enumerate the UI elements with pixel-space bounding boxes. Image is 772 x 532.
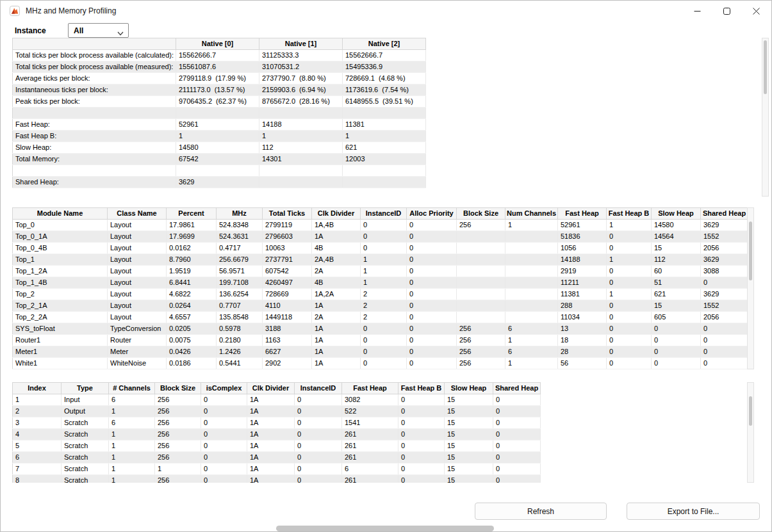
- column-header: Fast Heap B: [607, 208, 652, 220]
- table-row[interactable]: Router1Router0.00750.218011631A002561180…: [13, 335, 748, 346]
- cell: 3082: [342, 394, 398, 406]
- summary-table: Native [0]Native [1]Native [2]Total tick…: [12, 38, 426, 188]
- cell: 2737791: [263, 254, 312, 266]
- table-row[interactable]: 3Scratch625601A015410150: [13, 417, 541, 429]
- cell: Scratch: [62, 429, 109, 440]
- cell: 136.6254: [217, 289, 263, 300]
- cell: 0.0264: [167, 300, 217, 312]
- cell: 1.9519: [167, 266, 217, 277]
- summary-scrollbar-thumb[interactable]: [764, 40, 767, 94]
- column-header: Slow Heap: [652, 208, 701, 220]
- column-header: Shared Heap: [493, 383, 541, 394]
- table-row[interactable]: Top_2_2ALayout4.6557135.854814491182A201…: [13, 312, 748, 323]
- table-row[interactable]: Top_0_1ALayout17.9699524.363127966031A00…: [13, 231, 748, 243]
- table-row[interactable]: Shared Heap:3629: [13, 177, 426, 188]
- table-row[interactable]: Top_1_2ALayout1.951956.95716075422A10291…: [13, 266, 748, 277]
- cell: 256: [457, 220, 505, 231]
- table-row[interactable]: Top_1_4BLayout6.8441199.710842604974B101…: [13, 277, 748, 289]
- module-vertical-scrollbar[interactable]: [747, 207, 754, 369]
- cell: [259, 165, 343, 177]
- cell: 1: [109, 440, 155, 452]
- cell: 1A: [312, 231, 361, 243]
- table-row[interactable]: 7Scratch1101A060150: [13, 463, 541, 475]
- buffer-vertical-scrollbar[interactable]: [747, 382, 754, 483]
- cell: 2159903.6 (6.94 %): [259, 85, 343, 96]
- export-to-file-button[interactable]: Export to File...: [627, 503, 760, 520]
- cell: [457, 243, 505, 254]
- cell: 6: [505, 323, 558, 335]
- buffer-panel: IndexType# ChannelsBlock SizeisComplexCl…: [12, 382, 541, 483]
- cell: 14580: [652, 220, 701, 231]
- module-scrollbar-thumb[interactable]: [749, 222, 752, 280]
- table-row[interactable]: [13, 165, 426, 177]
- cell: 0: [407, 277, 457, 289]
- table-row[interactable]: 8Scratch125601A02610150: [13, 475, 541, 483]
- table-row[interactable]: Fast Heap B:111: [13, 131, 426, 142]
- cell: 0: [701, 358, 748, 369]
- close-icon[interactable]: [741, 1, 771, 21]
- cell: 605: [652, 312, 701, 323]
- cell: Layout: [108, 277, 167, 289]
- cell: 0: [652, 358, 701, 369]
- cell: 0: [607, 358, 652, 369]
- table-row[interactable]: 5Scratch125601A02610150: [13, 440, 541, 452]
- table-row[interactable]: Total Memory:675421430112003: [13, 154, 426, 165]
- table-row[interactable]: Total ticks per block process available …: [13, 61, 426, 73]
- cell: 15562666.7: [343, 50, 426, 61]
- cell: [457, 254, 505, 266]
- cell: Instantaneous ticks per block:: [13, 85, 176, 96]
- table-row[interactable]: 6Scratch125601A02610150: [13, 452, 541, 463]
- table-row[interactable]: Top_1Layout8.7960256.667927377912A,4B101…: [13, 254, 748, 266]
- summary-vertical-scrollbar[interactable]: [762, 38, 769, 197]
- cell: 31070531.2: [259, 61, 343, 73]
- cell: 0: [361, 335, 407, 346]
- cell: 6: [109, 417, 155, 429]
- cell: 1173619.6 (7.54 %): [343, 85, 426, 96]
- cell: Top_2_1A: [13, 300, 108, 312]
- minimize-icon[interactable]: [682, 1, 712, 21]
- cell: 288: [558, 300, 607, 312]
- table-row[interactable]: Fast Heap:529611418811381: [13, 119, 426, 131]
- table-row[interactable]: Top_0Layout17.9861524.834827991191A,4B00…: [13, 220, 748, 231]
- horizontal-scrollbar-thumb[interactable]: [276, 526, 494, 531]
- cell: 1449118: [263, 312, 312, 323]
- cell: 0: [701, 277, 748, 289]
- cell: 0: [361, 243, 407, 254]
- buffer-scrollbar-thumb[interactable]: [749, 396, 752, 426]
- column-header: [13, 38, 176, 50]
- cell: 6: [109, 394, 155, 406]
- cell: 18: [558, 335, 607, 346]
- table-row[interactable]: 1Input625601A030820150: [13, 394, 541, 406]
- table-row[interactable]: Instantaneous ticks per block:2111173.0 …: [13, 85, 426, 96]
- cell: 0: [493, 463, 541, 475]
- table-row[interactable]: Top_2Layout4.6822136.62547286691A,2A2011…: [13, 289, 748, 300]
- table-row[interactable]: Peak ticks per block:9706435.2 (62.37 %)…: [13, 96, 426, 108]
- instance-select[interactable]: All: [68, 23, 129, 38]
- column-header: InstanceID: [295, 383, 342, 394]
- table-row[interactable]: 4Scratch125601A02610150: [13, 429, 541, 440]
- cell: Meter: [108, 346, 167, 358]
- header-row: Module NameClass NamePercentMHzTotal Tic…: [13, 208, 748, 220]
- table-row[interactable]: Average ticks per block:2799118.9 (17.99…: [13, 73, 426, 85]
- cell: 0: [407, 231, 457, 243]
- cell: 9706435.2 (62.37 %): [176, 96, 259, 108]
- cell: 0: [607, 312, 652, 323]
- table-row[interactable]: Slow Heap:14580112621: [13, 142, 426, 154]
- cell: 0: [652, 323, 701, 335]
- table-row[interactable]: Top_0_4BLayout0.01620.4717100634B0010560…: [13, 243, 748, 254]
- table-row[interactable]: Top_2_1ALayout0.02640.770741101A20288015…: [13, 300, 748, 312]
- table-row[interactable]: SYS_toFloatTypeConversion0.02050.5978318…: [13, 323, 748, 335]
- cell: 0: [201, 406, 247, 417]
- table-row[interactable]: Meter1Meter0.04261.242666271A00256628000: [13, 346, 748, 358]
- table-row[interactable]: Total ticks per block process available …: [13, 50, 426, 61]
- table-row[interactable]: [13, 108, 426, 119]
- cell: 0: [361, 231, 407, 243]
- cell: 3629: [176, 177, 259, 188]
- table-row[interactable]: 2Output125601A05220150: [13, 406, 541, 417]
- cell: Total Memory:: [13, 154, 176, 165]
- cell: 6: [505, 346, 558, 358]
- maximize-icon[interactable]: [712, 1, 741, 21]
- cell: 2A: [312, 266, 361, 277]
- table-row[interactable]: White1WhiteNoise0.01860.544129021A002561…: [13, 358, 748, 369]
- refresh-button[interactable]: Refresh: [475, 503, 607, 520]
